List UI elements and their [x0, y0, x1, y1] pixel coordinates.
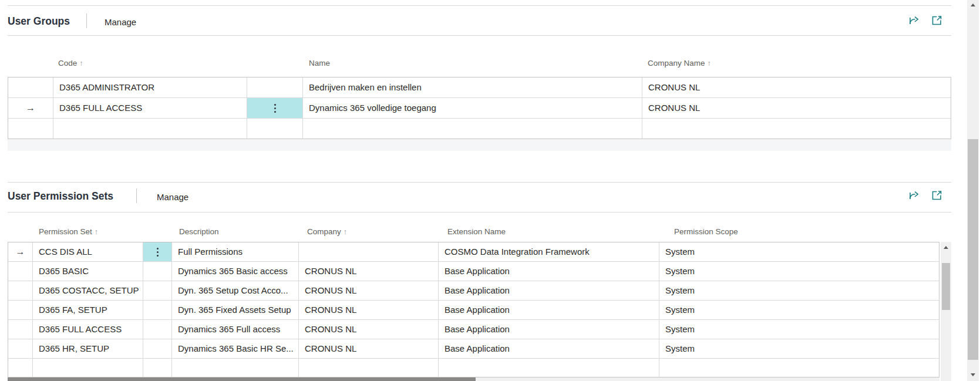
cell-permission-scope[interactable]: System — [659, 242, 939, 261]
row-selector-cell[interactable] — [8, 281, 33, 300]
page-scrollbar-thumb[interactable] — [968, 139, 978, 360]
page-scrollbar[interactable] — [967, 0, 979, 381]
user-permission-sets-manage-button[interactable]: Manage — [157, 192, 188, 203]
cell-company[interactable]: CRONUS NL — [299, 262, 439, 281]
cell-permission-scope[interactable]: System — [659, 339, 939, 358]
cell-options-icon — [157, 251, 159, 253]
cell-permission-set[interactable]: D365 FULL ACCESS — [33, 320, 143, 339]
cell-options[interactable] — [143, 301, 172, 319]
cell-company[interactable]: CRONUS NL — [299, 301, 439, 319]
row-selector-cell[interactable] — [8, 320, 33, 339]
row-selector-cell[interactable] — [8, 301, 33, 319]
cell-company-name[interactable] — [642, 119, 951, 139]
cell-extension-name[interactable]: COSMO Data Integration Framework — [439, 242, 659, 261]
column-header-label: Extension Name — [447, 227, 506, 236]
cell-permission-set[interactable]: D365 COSTACC, SETUP — [33, 281, 143, 300]
user-permission-sets-table: → CCS DIS ALL Full Permissions COSMO Dat… — [8, 242, 939, 377]
sort-ascending-icon: ↑ — [95, 228, 98, 236]
cell-name[interactable]: Dynamics 365 volledige toegang — [303, 98, 642, 118]
share-icon[interactable] — [908, 14, 921, 27]
column-header-code[interactable]: Code↑ — [58, 59, 83, 68]
cell-permission-set[interactable]: CCS DIS ALL — [33, 242, 143, 261]
share-icon[interactable] — [908, 189, 921, 202]
cell-permission-set[interactable]: D365 FA, SETUP — [33, 301, 143, 319]
user-group-card-page: User Groups Manage Code↑ Name Company Na… — [0, 0, 980, 381]
cell-options-icon — [274, 107, 276, 109]
cell-description[interactable]: Full Permissions — [172, 242, 299, 261]
cell-description[interactable]: Dynamics 365 Full access — [172, 320, 299, 339]
cell-permission-set[interactable]: D365 BASIC — [33, 262, 143, 281]
column-header-extension-name[interactable]: Extension Name — [447, 227, 506, 237]
cell-company-name[interactable]: CRONUS NL — [642, 98, 951, 118]
cell-company[interactable]: CRONUS NL — [299, 281, 439, 300]
grid-horizontal-scrollbar-thumb[interactable] — [8, 377, 476, 381]
cell-permission-scope[interactable]: System — [659, 301, 939, 319]
cell-code[interactable] — [53, 119, 247, 139]
column-header-company-name[interactable]: Company Name↑ — [648, 59, 711, 68]
focus-mode-icon[interactable] — [930, 14, 943, 27]
row-selector-cell[interactable] — [8, 119, 53, 139]
column-header-company[interactable]: Company↑ — [307, 227, 347, 237]
row-selector-cell[interactable]: → — [8, 242, 33, 261]
cell-permission-scope[interactable]: System — [659, 262, 939, 281]
cell-description[interactable]: Dyn. 365 Setup Cost Acco... — [172, 281, 299, 300]
cell-permission-set[interactable] — [33, 359, 143, 377]
row-selector-cell[interactable] — [8, 359, 33, 377]
user-groups-table: D365 ADMINISTRATOR Bedrijven maken en in… — [8, 77, 951, 139]
cell-options[interactable] — [143, 320, 172, 339]
cell-permission-scope[interactable] — [659, 359, 939, 377]
section-title-user-permission-sets: User Permission Sets — [8, 190, 113, 202]
cell-options-selected[interactable] — [247, 98, 303, 118]
scroll-up-icon[interactable] — [971, 4, 975, 6]
focus-mode-icon[interactable] — [930, 189, 943, 202]
cell-company[interactable]: CRONUS NL — [299, 339, 439, 358]
column-header-permission-set[interactable]: Permission Set↑ — [39, 227, 98, 237]
row-selector-cell[interactable] — [8, 77, 53, 97]
cell-options[interactable] — [143, 339, 172, 358]
column-header-label: Company Name — [648, 59, 705, 68]
cell-company-name[interactable]: CRONUS NL — [642, 77, 951, 97]
user-groups-manage-button[interactable]: Manage — [105, 17, 136, 28]
cell-extension-name[interactable]: Base Application — [439, 262, 659, 281]
sort-ascending-icon: ↑ — [79, 59, 83, 68]
cell-name[interactable]: Bedrijven maken en instellen — [303, 77, 642, 97]
cell-options[interactable] — [247, 77, 303, 97]
row-selector-cell[interactable] — [8, 262, 33, 281]
cell-code[interactable]: D365 ADMINISTRATOR — [53, 77, 247, 97]
cell-permission-scope[interactable]: System — [659, 281, 939, 300]
grid-vertical-scrollbar-thumb[interactable] — [942, 263, 950, 310]
scroll-down-icon[interactable] — [971, 373, 975, 376]
cell-name[interactable] — [303, 119, 642, 139]
cell-options[interactable] — [143, 281, 172, 300]
cell-description[interactable]: Dynamics 365 Basic access — [172, 262, 299, 281]
column-header-description[interactable]: Description — [179, 227, 219, 237]
cell-options-selected[interactable] — [143, 242, 172, 261]
column-header-label: Name — [309, 59, 330, 68]
cell-extension-name[interactable]: Base Application — [439, 281, 659, 300]
grid-vertical-scrollbar[interactable] — [941, 242, 951, 381]
cell-options[interactable] — [247, 119, 303, 139]
cell-description[interactable]: Dynamics 365 Basic HR Se... — [172, 339, 299, 358]
column-header-label: Company — [307, 227, 341, 236]
cell-company[interactable] — [299, 242, 439, 261]
column-header-permission-scope[interactable]: Permission Scope — [674, 227, 738, 237]
cell-company[interactable]: CRONUS NL — [299, 320, 439, 339]
cell-code[interactable]: D365 FULL ACCESS — [53, 98, 247, 118]
row-selector-cell[interactable]: → — [8, 98, 53, 118]
cell-extension-name[interactable]: Base Application — [439, 301, 659, 319]
scroll-up-icon[interactable] — [944, 246, 948, 249]
cell-extension-name[interactable]: Base Application — [439, 339, 659, 358]
cell-options[interactable] — [143, 262, 172, 281]
row-selector-cell[interactable] — [8, 339, 33, 358]
cell-description[interactable]: Dyn. 365 Fixed Assets Setup — [172, 301, 299, 319]
grid-horizontal-scrollbar[interactable] — [8, 377, 939, 381]
cell-extension-name[interactable]: Base Application — [439, 320, 659, 339]
cell-description[interactable] — [172, 359, 299, 377]
column-header-name[interactable]: Name — [309, 59, 330, 68]
cell-permission-set[interactable]: D365 HR, SETUP — [33, 339, 143, 358]
cell-extension-name[interactable] — [439, 359, 659, 377]
cell-company[interactable] — [299, 359, 439, 377]
cell-options[interactable] — [143, 359, 172, 377]
cell-permission-scope[interactable]: System — [659, 320, 939, 339]
share-icon-glyph — [908, 15, 920, 26]
